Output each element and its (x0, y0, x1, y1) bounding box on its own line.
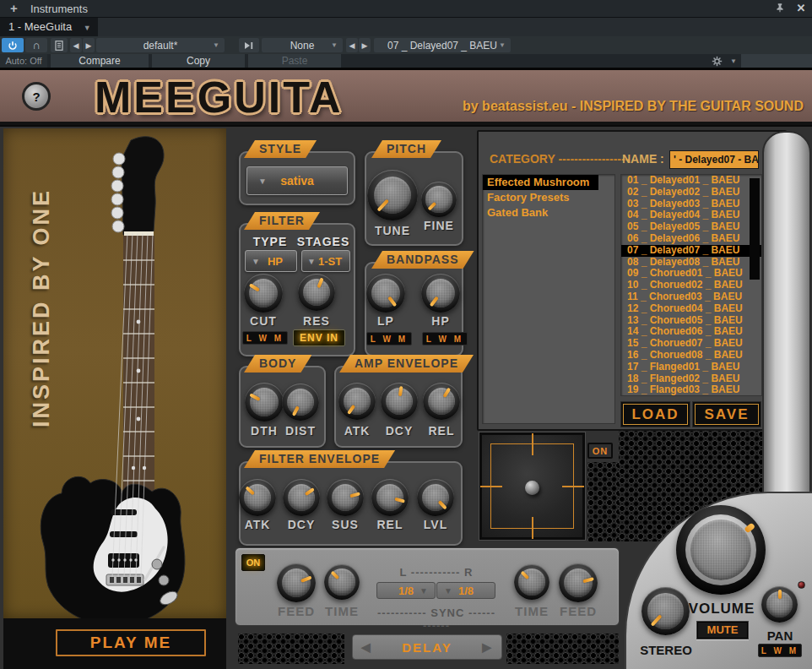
preset-item[interactable]: 02 _ Delayed02 _ BAEU (621, 187, 761, 199)
preset-next-button[interactable]: ▶ (83, 38, 95, 52)
bandpass-tab: BANDPASS (371, 251, 474, 269)
preset-item[interactable]: 13 _ Chorued05 _ BAEU (621, 315, 761, 327)
delay-time-right-knob[interactable] (514, 564, 549, 600)
style-tab: STYLE (244, 140, 317, 158)
fenv-atk-knob[interactable] (239, 479, 276, 516)
stages-label: STAGES (295, 235, 351, 248)
compare-button[interactable]: Compare (51, 54, 149, 68)
delay-feed-right-knob[interactable] (559, 563, 598, 602)
cut-lwm-button[interactable]: L W M (242, 331, 288, 345)
preset-name-field[interactable]: ' - Delayed07 - BAE (669, 150, 759, 169)
pan-lwm-button[interactable]: L W M (758, 644, 802, 657)
preset-item[interactable]: 19 _ Flanged03 _ BAEU (621, 384, 761, 396)
wave-mode-button[interactable]: ∩ (25, 38, 47, 52)
preset-dropdown[interactable]: default* ▼ (96, 38, 225, 52)
category-item[interactable]: Factory Presets (483, 190, 614, 205)
preset-item[interactable]: 16 _ Chorued08 _ BAEU (621, 350, 761, 362)
midi-dropdown[interactable]: None ▼ (262, 38, 343, 52)
program-next-button[interactable]: ▶ (359, 38, 371, 52)
preset-list[interactable]: 01 _ Delayed01 _ BAEU02 _ Delayed02 _ BA… (620, 174, 762, 396)
close-icon[interactable]: ✕ (793, 2, 809, 15)
instrument-selector[interactable]: 1 - MeeGuita ▼ (0, 18, 98, 36)
fine-knob[interactable] (421, 182, 457, 217)
lp-lwm-button[interactable]: L W M (366, 332, 412, 345)
power-button[interactable] (2, 38, 24, 52)
xy-handle[interactable] (525, 481, 539, 495)
hp-lwm-button[interactable]: L W M (422, 332, 468, 345)
filter-type-select[interactable]: ▼ HP (245, 250, 297, 272)
stereo-knob[interactable] (641, 587, 690, 635)
preset-item[interactable]: 09 _ Chorued01 _ BAEU (621, 268, 761, 280)
amp-atk-knob[interactable] (338, 383, 376, 420)
pin-icon[interactable] (772, 2, 788, 15)
preset-item[interactable]: 14 _ Chorued06 _ BAEU (621, 326, 761, 338)
tune-knob[interactable] (367, 170, 418, 220)
help-button[interactable]: ? (22, 82, 51, 111)
load-button[interactable]: LOAD (620, 401, 690, 427)
preset-item[interactable]: 15 _ Chorued07 _ BAEU (621, 338, 761, 350)
preset-item[interactable]: 17 _ Flanged01 _ BAEU (621, 362, 761, 373)
xy-on-button[interactable]: ON (587, 443, 613, 459)
preset-item[interactable]: 10 _ Chorued02 _ BAEU (621, 280, 761, 291)
arrow-right-icon[interactable]: ▶ (482, 640, 493, 654)
preset-item[interactable]: 07 _ Delayed07 _ BAEU (621, 245, 761, 257)
program-dropdown[interactable]: 07 _ Delayed07 _ BAEU ▼ (374, 38, 511, 52)
amp-dcy-knob[interactable] (381, 383, 418, 420)
preset-file-button[interactable] (51, 38, 68, 52)
plugin-logo: MEEGUITA (95, 72, 344, 122)
dth-knob[interactable] (245, 383, 284, 422)
env-in-button[interactable]: ENV IN (293, 329, 345, 346)
preset-item[interactable]: 18 _ Flanged02 _ BAEU (621, 373, 761, 385)
arrow-left-icon[interactable]: ◀ (361, 640, 372, 654)
preset-item[interactable]: 12 _ Chorued04 _ BAEU (621, 303, 761, 315)
pan-knob[interactable] (761, 586, 798, 623)
settings-caret[interactable]: ▼ (728, 54, 739, 68)
style-select[interactable]: ▼ sativa (246, 166, 348, 195)
program-prev-button[interactable]: ◀ (346, 38, 358, 52)
hp-knob[interactable] (421, 274, 460, 313)
delay-time-left-knob[interactable] (324, 564, 360, 600)
paste-button[interactable]: Paste (248, 54, 341, 68)
preset-item[interactable]: 08 _ Delayed08 _ BAEU (621, 257, 761, 269)
fenv-sus-knob[interactable] (327, 479, 364, 516)
category-item[interactable]: Gated Bank (483, 205, 614, 220)
lp-knob[interactable] (366, 274, 405, 313)
preset-item[interactable]: 06 _ Delayed06 _ BAEU (621, 233, 761, 245)
delay-time-right-label: TIME (513, 604, 550, 618)
preset-item[interactable]: 01 _ Delayed01 _ BAEU (621, 175, 761, 187)
cut-knob[interactable] (244, 274, 283, 313)
amp-dcy-label: DCY (382, 424, 417, 438)
delay-on-button[interactable]: ON (241, 554, 265, 571)
add-tab-icon[interactable]: + (10, 1, 18, 15)
category-list[interactable]: Effected MushroomFactory PresetsGated Ba… (482, 174, 615, 424)
sync-right-select[interactable]: ▼ 1/8 (436, 582, 495, 599)
skip-to-end-icon (244, 41, 254, 50)
save-button[interactable]: SAVE (692, 401, 761, 427)
effect-selector[interactable]: ◀ DELAY ▶ (352, 634, 502, 660)
category-item[interactable]: Effected Mushroom (483, 175, 598, 190)
preset-item[interactable]: 11 _ Chorued03 _ BAEU (621, 291, 761, 303)
midi-thru-button[interactable] (239, 38, 259, 52)
settings-button[interactable] (707, 54, 726, 68)
automation-state[interactable]: Auto: Off (0, 54, 47, 68)
fenv-dcy-knob[interactable] (283, 479, 320, 516)
amp-rel-knob[interactable] (423, 383, 460, 420)
play-me-button[interactable]: PLAY ME (56, 629, 206, 656)
preset-item[interactable]: 03 _ Delayed03 _ BAEU (621, 199, 761, 210)
preset-item[interactable]: 05 _ Delayed05 _ BAEU (621, 221, 761, 233)
fenv-rel-knob[interactable] (371, 479, 409, 516)
preset-prev-button[interactable]: ◀ (70, 38, 82, 52)
mute-button[interactable]: MUTE (696, 621, 749, 639)
res-knob[interactable] (298, 274, 335, 311)
preset-scrollbar[interactable] (750, 178, 760, 280)
delay-feed-left-knob[interactable] (277, 563, 316, 602)
dist-knob[interactable] (282, 383, 319, 421)
copy-button[interactable]: Copy (152, 54, 245, 68)
xy-pad[interactable] (479, 432, 585, 540)
sync-left-select[interactable]: 1/8 ▼ (376, 582, 436, 599)
fenv-lvl-knob[interactable] (417, 479, 454, 516)
preset-item[interactable]: 04 _ Delayed04 _ BAEU (621, 209, 761, 221)
window-tab-title[interactable]: Instruments (30, 3, 88, 15)
mod-wheel[interactable] (762, 131, 811, 542)
volume-knob[interactable] (676, 505, 766, 595)
